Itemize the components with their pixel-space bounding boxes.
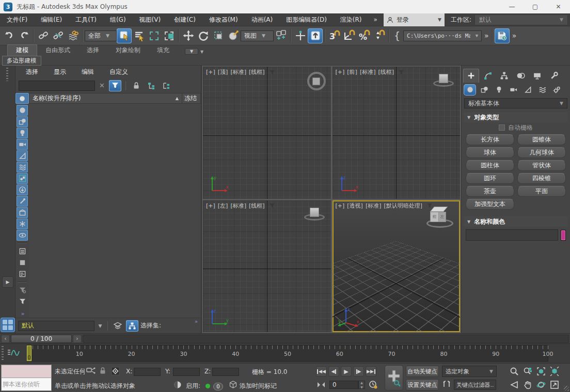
go-to-end-button[interactable]: ▶▶ [366,366,376,377]
category-lights-icon[interactable] [493,84,505,96]
ribbon-tab[interactable]: 自由形式 [37,45,78,56]
select-by-name-button[interactable] [132,28,147,43]
hierarchy-tab-icon[interactable] [496,69,512,83]
object-category-select[interactable]: 标准基本体▼ [464,98,567,108]
z-coordinate-field[interactable] [212,368,239,376]
object-color-swatch[interactable] [561,230,566,241]
trackbar-ruler[interactable]: 0 102030405060708090100 [27,345,548,362]
next-frame-button[interactable]: › [73,335,82,343]
object-type-button[interactable]: 长方体 [466,134,514,145]
filter-spacewarps-icon[interactable] [17,162,28,173]
menu-item[interactable]: 图形编辑器(D) [279,13,334,26]
viewport-filter-icon[interactable] [269,69,275,75]
column-type-icon[interactable] [15,93,29,104]
unlink-selection-icon[interactable] [51,28,66,43]
ribbon-minimize-icon[interactable]: ▼ [185,48,198,55]
menu-item[interactable]: 动画(A) [245,13,280,26]
object-type-button[interactable]: 圆柱体 [466,160,514,171]
snaps-toggle-3d[interactable]: 3 [327,28,342,43]
x-coordinate-field[interactable] [134,368,161,376]
viewport-label-segment[interactable]: [前] [347,68,357,76]
create-tab-icon[interactable] [463,69,479,83]
advanced-filter-icon[interactable] [17,285,28,295]
menu-item[interactable]: 工具(T) [69,13,103,26]
column-header-frozen[interactable]: 冻结 [182,93,201,104]
percent-snap-toggle[interactable]: % [357,28,372,43]
filter-xrefs-icon[interactable] [17,184,28,195]
motion-tab-icon[interactable] [513,69,529,83]
clear-search-icon[interactable]: ✕ [98,82,106,89]
login-button[interactable]: 登录 ▼ [384,13,445,26]
panel-drag-handle[interactable] [6,68,8,81]
filter-helpers-icon[interactable] [17,150,28,161]
time-configuration-button[interactable] [369,380,378,389]
filter-cameras-icon[interactable] [17,139,28,150]
explorer-menu-item[interactable]: 显示 [54,68,66,76]
select-object-button[interactable] [117,28,132,43]
explorer-search-input[interactable] [19,81,95,91]
trackbar-drag-handle[interactable] [2,346,4,362]
viewport-label-segment[interactable]: [线框] [249,202,265,210]
filter-visibility-icon[interactable] [17,230,28,241]
filter-shapes-icon[interactable] [17,116,28,127]
category-systems-icon[interactable] [550,84,563,96]
object-type-button[interactable]: 圆锥体 [517,134,566,145]
hierarchy-expand-button[interactable] [145,80,157,91]
named-selection-sets-button[interactable]: { [391,30,403,41]
ribbon-tab[interactable]: 建模 [7,44,37,56]
orbit-icon[interactable] [535,379,547,391]
lock-explorer-button[interactable] [130,80,142,91]
object-type-button[interactable]: 加强型文本 [466,199,514,210]
maximize-button[interactable]: ▢ [524,0,547,13]
toolbar-overflow-icon[interactable]: » [482,32,490,40]
viewport-filter-icon[interactable] [398,69,404,75]
minimize-button[interactable]: — [500,0,524,13]
category-helpers-icon[interactable] [521,84,534,96]
angle-snap-toggle[interactable] [342,28,357,43]
selection-lock-toggle[interactable] [99,367,106,374]
window-resize-grip[interactable] [564,386,569,391]
viewport-label-segment[interactable]: [标准] [230,202,246,210]
viewport-front[interactable]: [+][前][标准][线框] xz [332,67,461,199]
rollout-object-type[interactable]: ▼对象类型⠿ [464,112,568,122]
display-list-icon[interactable] [17,246,28,257]
filter-bones-icon[interactable] [17,196,28,207]
viewcube-left[interactable] [303,206,326,223]
explorer-menu-item[interactable]: 自定义 [109,68,128,76]
hierarchy-collapse-button[interactable] [160,80,172,91]
viewcube-front-face[interactable]: 前 [430,212,439,222]
toolbar-overflow-icon-2[interactable]: » [510,32,518,40]
viewport-perspective[interactable]: [+][透视][标准][默认明暗处理] 前左 zxy [332,200,461,333]
viewport-label-segment[interactable]: [+] [336,202,345,209]
viewport-filter-icon[interactable] [426,202,433,209]
close-button[interactable]: ✕ [547,0,570,13]
next-frame-playback-button[interactable]: ▶ [353,366,364,377]
footer-overflow-icon[interactable]: » [195,319,197,324]
object-type-button[interactable]: 几何球体 [517,147,566,158]
zoom-all-icon[interactable] [521,365,534,378]
menu-item[interactable]: 渲染(R) [334,13,369,26]
zoom-icon[interactable] [508,365,520,378]
field-of-view-icon[interactable] [508,379,520,391]
select-and-scale-button[interactable] [211,28,226,43]
viewport-label-segment[interactable]: [+] [206,202,215,209]
isolate-selection-icon[interactable] [86,367,96,375]
select-and-manipulate-button[interactable] [293,28,308,43]
ribbon-tab[interactable]: 对象绘制 [107,45,149,56]
bind-to-space-warp-icon[interactable] [66,28,81,43]
viewport-label-segment[interactable]: [左] [218,202,228,210]
display-note-icon[interactable] [17,269,28,279]
window-crossing-toggle[interactable] [162,28,177,43]
display-blank-icon[interactable] [17,257,28,268]
object-name-input[interactable] [466,229,558,241]
sort-ascending-icon[interactable]: ▲ [176,96,179,101]
object-type-button[interactable]: 管状体 [517,160,566,171]
viewcube-front[interactable] [432,72,455,89]
zoom-extents-all-icon[interactable] [548,365,561,378]
autosave-button[interactable] [495,28,510,43]
viewport-label-segment[interactable]: [+] [206,69,215,75]
object-type-button[interactable]: 圆环 [466,173,514,184]
object-type-button[interactable]: 球体 [466,147,514,158]
menu-item[interactable]: 修改器(M) [202,13,245,26]
viewport-label-segment[interactable]: [标准] [366,202,382,210]
